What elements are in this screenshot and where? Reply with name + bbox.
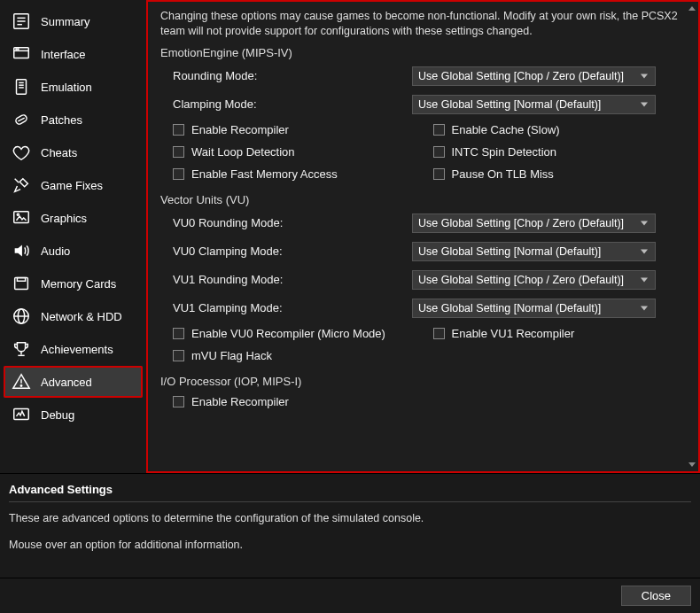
advanced-icon [11,371,32,392]
sidebar-item-graphics[interactable]: Graphics [4,202,143,234]
gamefixes-icon [11,175,32,196]
sidebar-item-network[interactable]: Network & HDD [4,300,143,332]
sidebar-item-label: Emulation [41,81,92,94]
vu0-recompiler-check[interactable] [173,328,184,339]
summary-icon [11,11,32,32]
sidebar-item-achievements[interactable]: Achievements [4,333,143,365]
sidebar-item-patches[interactable]: Patches [4,104,143,136]
sidebar-item-label: Achievements [41,343,113,356]
check-label: INTC Spin Detection [452,145,557,159]
svg-point-6 [16,49,17,50]
interface-icon [11,43,32,65]
check-label: Enable VU0 Recompiler (Micro Mode) [191,327,385,340]
info-title: Advanced Settings [9,483,691,496]
sidebar-item-label: Network & HDD [41,310,122,323]
sidebar-item-label: Advanced [41,376,92,389]
sidebar-item-debug[interactable]: Debug [4,399,143,431]
ee-rounding-label: Rounding Mode: [173,69,412,82]
main-panel: Changing these options may cause games t… [146,0,700,473]
sidebar-item-label: Cheats [41,146,77,159]
vu1-rounding-select[interactable]: Use Global Setting [Chop / Zero (Default… [412,270,656,290]
audio-icon [11,240,32,261]
ee-enable-recompiler-check[interactable] [173,124,184,136]
svg-line-14 [15,179,19,183]
sidebar-item-audio[interactable]: Audio [4,235,143,267]
sidebar-item-cheats[interactable]: Cheats [4,136,143,168]
ee-clamping-select[interactable]: Use Global Setting [Normal (Default)] [412,95,656,114]
svg-line-13 [18,118,24,121]
sidebar-item-advanced[interactable]: Advanced [4,366,143,398]
memorycards-icon [11,273,32,294]
sidebar-item-label: Interface [41,48,86,61]
sidebar-item-interface[interactable]: Interface [4,38,143,70]
svg-point-7 [18,49,19,50]
ee-wait-loop-check[interactable] [173,146,184,158]
info-separator [9,501,691,502]
group-iop-title: I/O Processor (IOP, MIPS-I) [160,375,686,388]
ee-rounding-select[interactable]: Use Global Setting [Chop / Zero (Default… [412,66,656,86]
sidebar-item-emulation[interactable]: Emulation [4,71,143,103]
ee-intc-spin-check[interactable] [433,146,445,158]
ee-fast-mem-check[interactable] [173,168,184,180]
sidebar-item-label: Patches [41,113,82,127]
check-label: Enable Recompiler [191,123,289,136]
graphics-icon [11,207,32,229]
ee-enable-cache-check[interactable] [433,124,445,136]
check-label: Enable VU1 Recompiler [452,327,575,340]
scroll-down-icon[interactable] [687,460,696,469]
svg-point-25 [20,385,21,386]
check-label: Wait Loop Detection [191,145,295,159]
check-label: Pause On TLB Miss [452,167,554,181]
svg-rect-8 [17,80,27,95]
check-label: Enable Fast Memory Access [191,167,338,181]
warning-text: Changing these options may cause games t… [160,9,686,39]
svg-rect-18 [17,278,25,282]
main-scroll[interactable]: Changing these options may cause games t… [148,2,698,471]
check-label: Enable Recompiler [191,395,289,408]
close-button[interactable]: Close [621,586,691,606]
footer: Close [0,578,700,613]
iop-recompiler-check[interactable] [173,396,184,407]
ee-pause-tlb-check[interactable] [433,168,445,180]
info-panel: Advanced Settings These are advanced opt… [0,473,700,578]
ee-clamping-label: Clamping Mode: [173,97,412,111]
group-ee-title: EmotionEngine (MIPS-IV) [160,46,686,59]
sidebar-item-label: Summary [41,15,90,28]
sidebar-item-summary[interactable]: Summary [4,5,143,37]
mvu-flag-hack-check[interactable] [173,350,184,361]
vu1-recompiler-check[interactable] [433,328,445,339]
patches-icon [11,109,32,130]
sidebar-item-label: Game Fixes [41,179,103,192]
scroll-up-icon[interactable] [687,4,696,13]
sidebar-item-memorycards[interactable]: Memory Cards [4,268,143,299]
group-vu-title: Vector Units (VU) [160,193,686,206]
achievements-icon [11,338,32,360]
svg-rect-15 [14,212,29,223]
cheats-icon [11,142,32,163]
vu0-clamping-label: VU0 Clamping Mode: [173,244,412,258]
vu1-rounding-label: VU1 Rounding Mode: [173,273,412,286]
info-line1: These are advanced options to determine … [9,511,691,525]
svg-point-16 [17,213,19,215]
emulation-icon [11,76,32,97]
vu0-rounding-label: VU0 Rounding Mode: [173,216,412,229]
vu1-clamping-select[interactable]: Use Global Setting [Normal (Default)] [412,299,656,318]
check-label: mVU Flag Hack [191,349,272,362]
info-line2: Mouse over an option for additional info… [9,538,691,552]
sidebar-item-label: Graphics [41,212,87,225]
vu1-clamping-label: VU1 Clamping Mode: [173,301,412,314]
sidebar-item-label: Debug [41,408,74,422]
vu0-rounding-select[interactable]: Use Global Setting [Chop / Zero (Default… [412,213,656,233]
sidebar-item-label: Audio [41,244,70,258]
check-label: Enable Cache (Slow) [452,123,560,136]
vu0-clamping-select[interactable]: Use Global Setting [Normal (Default)] [412,242,656,261]
debug-icon [11,404,32,425]
sidebar: Summary Interface Emulation Patches Chea… [0,0,146,473]
sidebar-item-gamefixes[interactable]: Game Fixes [4,169,143,201]
network-icon [11,306,32,327]
sidebar-item-label: Memory Cards [41,277,116,291]
